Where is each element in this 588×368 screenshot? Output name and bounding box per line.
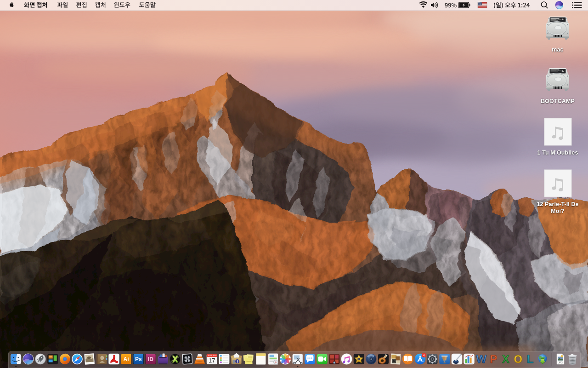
- svg-text:X: X: [502, 353, 509, 365]
- svg-text:O: O: [514, 353, 522, 365]
- svg-text:ID: ID: [148, 356, 153, 362]
- svg-text:17: 17: [209, 357, 215, 364]
- svg-text:Ai: Ai: [124, 356, 129, 362]
- svg-text:W: W: [476, 353, 486, 365]
- svg-text:4: 4: [423, 353, 425, 357]
- svg-text:JPG: JPG: [558, 361, 563, 364]
- svg-text:P: P: [490, 353, 497, 365]
- svg-text:L: L: [527, 353, 534, 365]
- svg-text:Ps: Ps: [135, 356, 142, 362]
